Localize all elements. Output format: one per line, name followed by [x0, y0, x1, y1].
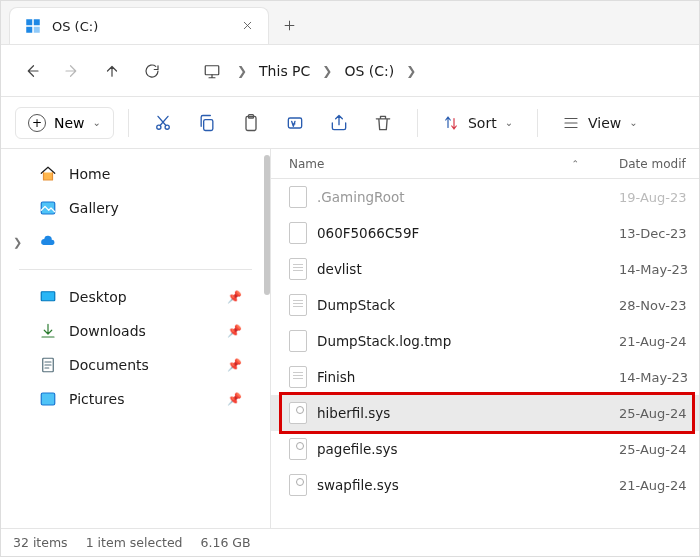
view-button[interactable]: View ⌄ — [552, 108, 648, 138]
explorer-window: OS (C:) ❯ This PC ❯ OS (C: — [0, 0, 700, 557]
chevron-right-icon: ❯ — [320, 64, 334, 78]
forward-button[interactable] — [55, 54, 89, 88]
file-row-selected[interactable]: hiberfil.sys 25-Aug-24 — [271, 395, 699, 431]
svg-rect-14 — [41, 393, 55, 405]
sidebar-pictures[interactable]: Pictures 📌 — [1, 382, 270, 416]
file-icon — [289, 294, 307, 316]
file-date: 21-Aug-24 — [619, 334, 699, 349]
sidebar-label: Gallery — [69, 200, 119, 216]
status-bar: 32 items 1 item selected 6.16 GB — [1, 528, 699, 556]
file-icon — [289, 258, 307, 280]
tab-os-c[interactable]: OS (C:) — [9, 7, 269, 44]
file-row[interactable]: pagefile.sys 25-Aug-24 — [271, 431, 699, 467]
sidebar-label: Downloads — [69, 323, 146, 339]
divider — [128, 109, 129, 137]
breadcrumb-os-c[interactable]: OS (C:) — [338, 59, 400, 83]
divider — [417, 109, 418, 137]
pc-icon[interactable] — [195, 54, 229, 88]
drive-icon — [24, 17, 42, 35]
file-date: 13-Dec-23 — [619, 226, 699, 241]
sidebar-home[interactable]: Home — [1, 157, 270, 191]
paste-button[interactable] — [231, 105, 271, 141]
chevron-down-icon: ⌄ — [505, 117, 513, 128]
new-label: New — [54, 115, 85, 131]
downloads-icon — [39, 322, 57, 340]
status-size: 6.16 GB — [201, 535, 251, 550]
tab-strip: OS (C:) — [1, 1, 699, 45]
delete-button[interactable] — [363, 105, 403, 141]
status-selection: 1 item selected — [86, 535, 183, 550]
refresh-button[interactable] — [135, 54, 169, 88]
chevron-right-icon: ❯ — [404, 64, 418, 78]
file-date: 28-Nov-23 — [619, 298, 699, 313]
sidebar: Home Gallery ❯ Desktop 📌 — [1, 149, 271, 528]
body: Home Gallery ❯ Desktop 📌 — [1, 149, 699, 528]
home-icon — [39, 165, 57, 183]
sidebar-onedrive[interactable]: ❯ — [1, 225, 270, 259]
file-row[interactable]: Finish 14-May-23 — [271, 359, 699, 395]
sidebar-documents[interactable]: Documents 📌 — [1, 348, 270, 382]
svg-rect-1 — [34, 19, 40, 25]
sort-button[interactable]: Sort ⌄ — [432, 108, 523, 138]
breadcrumb: ❯ This PC ❯ OS (C:) ❯ — [235, 59, 418, 83]
file-name: DumpStack.log.tmp — [317, 333, 619, 349]
sidebar-label: Home — [69, 166, 110, 182]
cut-button[interactable] — [143, 105, 183, 141]
sidebar-gallery[interactable]: Gallery — [1, 191, 270, 225]
close-tab-button[interactable] — [241, 17, 254, 36]
file-name: hiberfil.sys — [317, 405, 619, 421]
file-name: DumpStack — [317, 297, 619, 313]
file-row[interactable]: devlist 14-May-23 — [271, 251, 699, 287]
file-date: 25-Aug-24 — [619, 442, 699, 457]
plus-icon: + — [28, 114, 46, 132]
file-name: devlist — [317, 261, 619, 277]
pin-icon: 📌 — [227, 290, 242, 304]
chevron-down-icon: ⌄ — [629, 117, 637, 128]
up-button[interactable] — [95, 54, 129, 88]
back-button[interactable] — [15, 54, 49, 88]
chevron-down-icon: ⌄ — [93, 117, 101, 128]
sidebar-divider — [19, 269, 252, 270]
sort-indicator-icon: ⌃ — [571, 159, 579, 169]
divider — [537, 109, 538, 137]
rename-button[interactable] — [275, 105, 315, 141]
pin-icon: 📌 — [227, 324, 242, 338]
file-icon — [289, 186, 307, 208]
share-button[interactable] — [319, 105, 359, 141]
desktop-icon — [39, 288, 57, 306]
copy-button[interactable] — [187, 105, 227, 141]
file-name: .GamingRoot — [317, 189, 619, 205]
chevron-right-icon[interactable]: ❯ — [13, 236, 22, 249]
gallery-icon — [39, 199, 57, 217]
sort-label: Sort — [468, 115, 497, 131]
pin-icon: 📌 — [227, 392, 242, 406]
file-icon — [289, 474, 307, 496]
sidebar-label: Documents — [69, 357, 149, 373]
file-row[interactable]: .GamingRoot 19-Aug-23 — [271, 179, 699, 215]
view-label: View — [588, 115, 621, 131]
toolbar: + New ⌄ Sort ⌄ View — [1, 97, 699, 149]
file-name: 060F5066C59F — [317, 225, 619, 241]
sidebar-label: Pictures — [69, 391, 124, 407]
new-button[interactable]: + New ⌄ — [15, 107, 114, 139]
file-row[interactable]: swapfile.sys 21-Aug-24 — [271, 467, 699, 503]
tab-title: OS (C:) — [52, 19, 231, 34]
file-row[interactable]: DumpStack.log.tmp 21-Aug-24 — [271, 323, 699, 359]
sidebar-downloads[interactable]: Downloads 📌 — [1, 314, 270, 348]
file-row[interactable]: 060F5066C59F 13-Dec-23 — [271, 215, 699, 251]
file-date: 14-May-23 — [619, 370, 699, 385]
svg-rect-2 — [26, 27, 32, 33]
status-item-count: 32 items — [13, 535, 68, 550]
svg-rect-0 — [26, 19, 32, 25]
file-date: 19-Aug-23 — [619, 190, 699, 205]
file-list: Name ⌃ Date modif .GamingRoot 19-Aug-23 … — [271, 149, 699, 528]
new-tab-button[interactable] — [269, 7, 309, 44]
file-row[interactable]: DumpStack 28-Nov-23 — [271, 287, 699, 323]
column-name[interactable]: Name — [289, 157, 324, 171]
sidebar-desktop[interactable]: Desktop 📌 — [1, 280, 270, 314]
pictures-icon — [39, 390, 57, 408]
breadcrumb-this-pc[interactable]: This PC — [253, 59, 316, 83]
svg-rect-4 — [205, 65, 219, 74]
file-name: Finish — [317, 369, 619, 385]
column-date[interactable]: Date modif — [619, 157, 699, 171]
